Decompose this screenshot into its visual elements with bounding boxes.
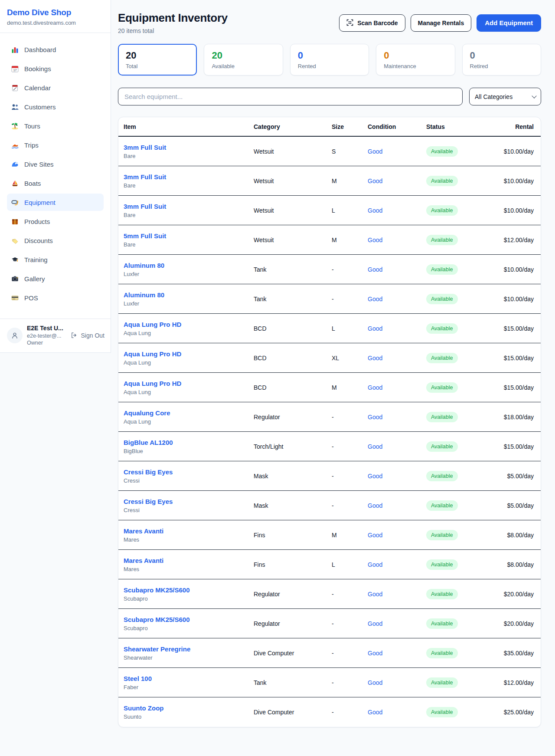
avatar — [7, 328, 23, 343]
size-cell: - — [332, 679, 368, 686]
condition-link[interactable]: Good — [368, 325, 382, 332]
item-link[interactable]: Cressi Big Eyes — [124, 468, 173, 476]
item-link[interactable]: 5mm Full Suit — [124, 232, 166, 240]
item-link[interactable]: Cressi Big Eyes — [124, 498, 173, 505]
category-cell: Wetsuit — [254, 207, 332, 214]
sidebar-item-dive-sites[interactable]: Dive Sites — [7, 155, 104, 173]
item-link[interactable]: 3mm Full Suit — [124, 203, 166, 210]
condition-cell: Good — [368, 443, 426, 450]
condition-link[interactable]: Good — [368, 355, 382, 362]
condition-link[interactable]: Good — [368, 414, 382, 421]
table-row: Suunto ZoopSuuntoDive Computer-GoodAvail… — [118, 697, 541, 727]
add-equipment-button[interactable]: Add Equipment — [477, 14, 541, 32]
rental-cell: $10.00/day — [499, 207, 534, 214]
sidebar-item-pos[interactable]: POS — [7, 289, 104, 306]
size-cell: M — [332, 237, 368, 243]
sidebar-item-discounts[interactable]: Discounts — [7, 232, 104, 249]
item-brand: Cressi — [124, 507, 254, 513]
size-cell: L — [332, 207, 368, 214]
item-cell: Aluminum 80Luxfer — [124, 262, 254, 277]
item-cell: Cressi Big EyesCressi — [124, 498, 254, 513]
stat-card-retired[interactable]: 0Retired — [462, 44, 541, 76]
scan-barcode-button[interactable]: Scan Barcode — [339, 14, 405, 32]
item-brand: Scubapro — [124, 595, 254, 602]
item-brand: Cressi — [124, 477, 254, 484]
sidebar-item-trips[interactable]: Trips — [7, 136, 104, 154]
table-row: 3mm Full SuitBareWetsuitLGoodAvailable$1… — [118, 196, 541, 225]
item-link[interactable]: Aqua Lung Pro HD — [124, 380, 181, 387]
table-row: Cressi Big EyesCressiMask-GoodAvailable$… — [118, 461, 541, 491]
category-select[interactable]: All Categories — [469, 88, 541, 105]
item-link[interactable]: Steel 100 — [124, 675, 152, 682]
item-cell: Scubapro MK25/S600Scubapro — [124, 586, 254, 602]
item-cell: Mares AvantiMares — [124, 527, 254, 543]
condition-link[interactable]: Good — [368, 650, 382, 657]
condition-link[interactable]: Good — [368, 443, 382, 450]
condition-link[interactable]: Good — [368, 207, 382, 214]
condition-cell: Good — [368, 561, 426, 569]
condition-link[interactable]: Good — [368, 266, 382, 273]
condition-link[interactable]: Good — [368, 473, 382, 480]
sidebar-item-gallery[interactable]: Gallery — [7, 270, 104, 287]
condition-link[interactable]: Good — [368, 384, 382, 391]
rental-cell: $15.00/day — [499, 384, 534, 391]
sidebar-item-equipment[interactable]: Equipment — [7, 194, 104, 211]
item-link[interactable]: Aqua Lung Pro HD — [124, 350, 181, 358]
item-link[interactable]: Aluminum 80 — [124, 262, 164, 269]
sidebar-item-products[interactable]: Products — [7, 213, 104, 230]
condition-link[interactable]: Good — [368, 620, 382, 627]
stat-label: Available — [212, 63, 275, 69]
sidebar-item-boats[interactable]: Boats — [7, 174, 104, 192]
stat-card-total[interactable]: 20Total — [118, 44, 197, 76]
item-brand: Aqua Lung — [124, 418, 254, 425]
tours-island-icon — [11, 122, 19, 130]
sidebar-item-bookings[interactable]: 17Bookings — [7, 60, 104, 77]
stat-card-rented[interactable]: 0Rented — [290, 44, 369, 76]
sidebar-item-calendar[interactable]: Calendar — [7, 79, 104, 96]
stat-label: Retired — [470, 63, 533, 69]
item-link[interactable]: Shearwater Peregrine — [124, 645, 190, 653]
sidebar-item-tours[interactable]: Tours — [7, 117, 104, 135]
condition-link[interactable]: Good — [368, 709, 382, 716]
rental-cell: $10.00/day — [499, 266, 534, 273]
sidebar-item-training[interactable]: Training — [7, 251, 104, 268]
column-header-rental: Rental — [499, 123, 534, 130]
item-link[interactable]: BigBlue AL1200 — [124, 439, 173, 446]
item-link[interactable]: Scubapro MK25/S600 — [124, 586, 190, 594]
search-input[interactable] — [118, 88, 463, 105]
table-row: BigBlue AL1200BigBlueTorch/Light-GoodAva… — [118, 432, 541, 461]
item-link[interactable]: Aluminum 80 — [124, 291, 164, 299]
manage-rentals-button[interactable]: Manage Rentals — [411, 14, 472, 32]
item-link[interactable]: Mares Avanti — [124, 527, 163, 535]
condition-link[interactable]: Good — [368, 532, 382, 539]
condition-link[interactable]: Good — [368, 296, 382, 302]
item-cell: 3mm Full SuitBare — [124, 203, 254, 218]
condition-cell: Good — [368, 325, 426, 332]
condition-link[interactable]: Good — [368, 561, 382, 568]
stat-card-maintenance[interactable]: 0Maintenance — [376, 44, 455, 76]
sidebar-item-dashboard[interactable]: Dashboard — [7, 41, 104, 58]
sidebar-item-customers[interactable]: Customers — [7, 98, 104, 115]
stat-value: 0 — [470, 50, 533, 61]
condition-link[interactable]: Good — [368, 177, 382, 184]
item-link[interactable]: 3mm Full Suit — [124, 173, 166, 181]
condition-link[interactable]: Good — [368, 237, 382, 243]
item-link[interactable]: 3mm Full Suit — [124, 144, 166, 151]
condition-link[interactable]: Good — [368, 679, 382, 686]
size-cell: - — [332, 709, 368, 716]
sign-out-button[interactable]: Sign Out — [71, 332, 104, 339]
item-link[interactable]: Scubapro MK25/S600 — [124, 616, 190, 623]
condition-cell: Good — [368, 236, 426, 244]
item-cell: Shearwater PeregrineShearwater — [124, 645, 254, 661]
item-cell: 5mm Full SuitBare — [124, 232, 254, 248]
item-link[interactable]: Aqua Lung Pro HD — [124, 321, 181, 328]
item-link[interactable]: Suunto Zoop — [124, 704, 163, 712]
category-cell: Wetsuit — [254, 237, 332, 243]
condition-link[interactable]: Good — [368, 502, 382, 509]
category-cell: Torch/Light — [254, 443, 332, 450]
condition-link[interactable]: Good — [368, 591, 382, 598]
stat-card-available[interactable]: 20Available — [204, 44, 283, 76]
condition-link[interactable]: Good — [368, 148, 382, 155]
item-link[interactable]: Aqualung Core — [124, 409, 170, 417]
item-link[interactable]: Mares Avanti — [124, 557, 163, 564]
